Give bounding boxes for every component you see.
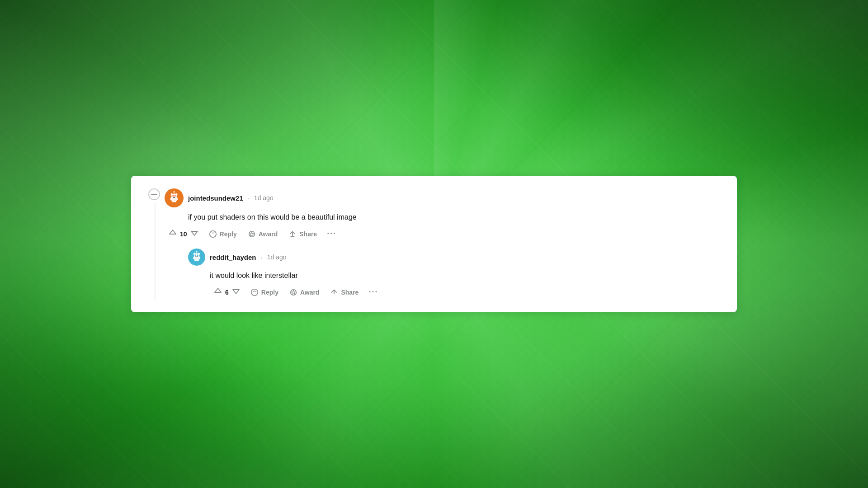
- reply-button-2[interactable]: Reply: [246, 286, 283, 299]
- svg-point-27: [251, 289, 258, 295]
- comment-1-actions: 10 Reply: [165, 226, 722, 241]
- svg-point-10: [175, 201, 177, 202]
- more-button-2[interactable]: ···: [365, 286, 382, 299]
- svg-point-13: [209, 230, 216, 237]
- reply-button-1[interactable]: Reply: [204, 227, 241, 241]
- comment-1-vote: 10: [165, 226, 203, 241]
- collapse-button[interactable]: [148, 188, 160, 200]
- avatar-jointedsundew21: [165, 188, 184, 207]
- upvote-icon-1[interactable]: [168, 228, 177, 239]
- share-label-1: Share: [299, 230, 317, 238]
- timestamp-1: 1d ago: [254, 194, 274, 202]
- share-button-2[interactable]: Share: [326, 286, 363, 299]
- svg-point-3: [171, 193, 173, 196]
- svg-point-4: [175, 193, 178, 196]
- comment-2-actions: 6 Reply: [210, 285, 722, 300]
- comment-1-header: jointedsundew21 · 1d ago: [165, 188, 722, 207]
- reply-label-2: Reply: [261, 289, 278, 296]
- more-dots-2: ···: [368, 287, 378, 296]
- svg-point-17: [193, 253, 195, 255]
- comment-1-right: jointedsundew21 · 1d ago if you put shad…: [165, 188, 722, 300]
- award-button-2[interactable]: Award: [285, 286, 324, 299]
- comment-2-container: reddit_hayden · 1d ago it would look lik…: [188, 249, 722, 300]
- username-1[interactable]: jointedsundew21: [188, 194, 243, 202]
- username-2[interactable]: reddit_hayden: [210, 253, 256, 261]
- comment-card: jointedsundew21 · 1d ago if you put shad…: [131, 176, 737, 312]
- comment-1-container: jointedsundew21 · 1d ago if you put shad…: [146, 188, 722, 300]
- thread-line: [155, 202, 156, 300]
- svg-point-26: [196, 251, 198, 252]
- dot-separator-2: ·: [261, 253, 263, 261]
- downvote-icon-2[interactable]: [231, 286, 241, 298]
- comment-2-vote: 6: [210, 285, 244, 300]
- avatar-reddit-hayden: [188, 249, 205, 266]
- svg-point-9: [172, 201, 174, 202]
- share-label-2: Share: [341, 289, 359, 296]
- svg-point-23: [194, 260, 196, 261]
- comment-1-text: if you put shaders on this would be a be…: [188, 212, 722, 223]
- vote-count-2: 6: [225, 289, 229, 296]
- dot-separator-1: ·: [248, 194, 250, 202]
- thread-line-column: [146, 188, 165, 300]
- award-label-2: Award: [300, 289, 320, 296]
- award-label-1: Award: [259, 230, 278, 238]
- svg-rect-0: [151, 194, 157, 195]
- svg-point-18: [198, 253, 200, 255]
- downvote-icon-1[interactable]: [190, 228, 199, 239]
- svg-point-12: [174, 191, 175, 192]
- vote-count-1: 10: [180, 230, 187, 238]
- comment-2-text: it would look like interstellar: [210, 270, 722, 281]
- svg-point-24: [197, 260, 199, 261]
- award-button-1[interactable]: Award: [243, 227, 283, 241]
- svg-point-20: [197, 254, 198, 256]
- more-button-1[interactable]: ···: [323, 227, 340, 240]
- svg-point-6: [175, 195, 176, 197]
- svg-point-5: [172, 195, 174, 197]
- comment-2-body: it would look like interstellar: [210, 270, 722, 281]
- timestamp-2: 1d ago: [267, 253, 287, 261]
- more-dots-1: ···: [327, 229, 336, 238]
- comment-2-header: reddit_hayden · 1d ago: [188, 249, 722, 266]
- share-button-1[interactable]: Share: [284, 227, 321, 241]
- svg-point-19: [195, 254, 197, 256]
- reply-label-1: Reply: [220, 230, 237, 238]
- comment-1-body: if you put shaders on this would be a be…: [188, 212, 722, 223]
- upvote-icon-2[interactable]: [213, 286, 222, 298]
